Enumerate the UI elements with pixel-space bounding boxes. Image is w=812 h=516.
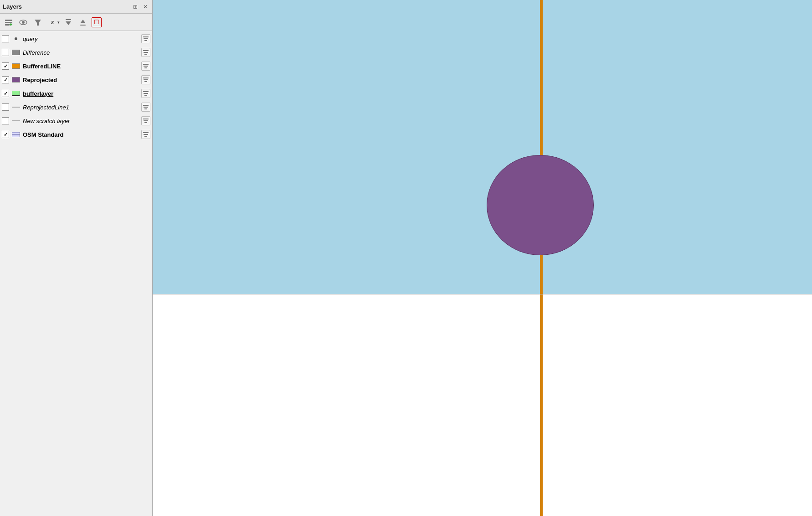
layer-icon-bufferedline [11, 62, 21, 70]
layer-name-bufferlayer: bufferlayer [23, 90, 139, 97]
filter-small-icon [143, 36, 149, 42]
layer-filter-bufferedline[interactable] [141, 62, 150, 71]
svg-rect-11 [80, 25, 86, 26]
filter-small-icon [143, 90, 149, 97]
layer-name-reprojected: Reprojected [23, 77, 139, 83]
filter-subset-arrow[interactable]: ▾ [57, 20, 60, 25]
add-layer-icon [4, 18, 13, 27]
svg-rect-29 [144, 108, 147, 109]
svg-rect-31 [144, 120, 148, 121]
layer-checkbox-reprojected[interactable]: ✓ [2, 76, 9, 83]
sidebar-header: Layers ⊞ ✕ [0, 0, 152, 14]
layer-item-bufferlayer[interactable]: ✓ bufferlayer [0, 87, 152, 100]
svg-rect-28 [144, 107, 148, 108]
svg-rect-24 [143, 91, 149, 92]
filter-small-icon [143, 131, 149, 138]
filter-button[interactable] [32, 16, 44, 28]
layer-checkbox-reprojectedline1[interactable] [2, 103, 9, 111]
show-tips-button[interactable] [17, 16, 29, 28]
layer-filter-reprojectedline1[interactable] [141, 103, 150, 112]
layer-item-difference[interactable]: Difference [0, 46, 152, 59]
close-icon[interactable]: ✕ [141, 3, 149, 11]
move-bottom-button[interactable] [62, 16, 74, 28]
filter-subset-button[interactable]: ε [46, 16, 58, 28]
layer-checkbox-bufferlayer[interactable]: ✓ [2, 90, 9, 97]
layer-item-query[interactable]: query [0, 32, 152, 46]
layer-item-reprojectedline1[interactable]: ReprojectedLine1 [0, 100, 152, 114]
layer-name-osm-standard: OSM Standard [23, 131, 139, 138]
layer-checkbox-difference[interactable] [2, 49, 9, 56]
svg-rect-30 [143, 119, 149, 119]
svg-rect-13 [144, 38, 148, 39]
svg-rect-26 [144, 95, 147, 96]
layer-toolbar: ε ▾ ☐ [0, 14, 152, 31]
svg-rect-17 [144, 54, 147, 55]
move-top-button[interactable] [77, 16, 89, 28]
layer-icon-reprojected [11, 76, 21, 83]
layer-filter-query[interactable] [141, 34, 150, 43]
svg-rect-20 [144, 67, 147, 68]
svg-rect-18 [143, 64, 149, 65]
layer-checkbox-query[interactable] [2, 35, 9, 42]
svg-rect-27 [143, 105, 149, 106]
move-top-icon [78, 18, 87, 27]
layer-checkbox-bufferedline[interactable]: ✓ [2, 62, 9, 70]
layer-name-new-scratch-layer: New scratch layer [23, 118, 139, 124]
svg-marker-10 [80, 20, 86, 23]
layer-filter-osm-standard[interactable] [141, 130, 150, 139]
sidebar-title: Layers [3, 3, 22, 10]
filter-icon [33, 18, 42, 27]
layer-filter-difference[interactable] [141, 48, 150, 57]
map-top[interactable] [153, 0, 812, 294]
layer-name-reprojectedline1: ReprojectedLine1 [23, 104, 139, 111]
layer-filter-reprojected[interactable] [141, 75, 150, 84]
layer-name-bufferedline: BufferedLINE [23, 63, 139, 70]
sidebar: Layers ⊞ ✕ ε [0, 0, 153, 516]
layer-item-new-scratch-layer[interactable]: New scratch layer [0, 114, 152, 128]
svg-rect-16 [144, 52, 148, 53]
layer-checkbox-new-scratch-layer[interactable] [2, 117, 9, 124]
vertical-line-bottom [540, 294, 543, 516]
layer-item-reprojected[interactable]: ✓ Reprojected [0, 73, 152, 87]
map-bottom[interactable] [153, 294, 812, 516]
layer-name-difference: Difference [23, 49, 139, 56]
purple-rect-icon [12, 77, 20, 83]
orange-rect-icon [12, 63, 20, 69]
svg-rect-32 [144, 122, 147, 123]
svg-rect-1 [5, 22, 12, 23]
svg-marker-7 [35, 20, 41, 26]
map-area[interactable] [153, 0, 812, 516]
filter-subset-group: ε ▾ [46, 16, 60, 28]
layer-name-query: query [23, 36, 139, 42]
gray-line2-icon [12, 120, 20, 121]
layer-filter-new-scratch-layer[interactable] [141, 116, 150, 125]
svg-rect-35 [144, 136, 147, 137]
restore-icon[interactable]: ⊞ [131, 3, 139, 11]
layer-icon-reprojectedline1 [11, 103, 21, 111]
svg-rect-34 [144, 134, 148, 135]
layer-filter-bufferlayer[interactable] [141, 89, 150, 98]
svg-rect-9 [66, 19, 71, 20]
layer-icon-difference [11, 49, 21, 56]
filter-small-icon [143, 63, 149, 69]
green-rect-icon [12, 91, 20, 96]
layer-icon-new-scratch-layer [11, 117, 21, 124]
remove-layer-button[interactable]: ☐ [92, 17, 102, 27]
svg-rect-33 [143, 132, 149, 133]
svg-rect-2 [5, 24, 10, 26]
move-bottom-icon [64, 18, 73, 27]
filter-small-icon [143, 118, 149, 124]
eye-icon [19, 18, 28, 27]
svg-rect-22 [144, 79, 148, 80]
layer-checkbox-osm-standard[interactable]: ✓ [2, 131, 9, 138]
layer-item-bufferedline[interactable]: ✓ BufferedLINE [0, 59, 152, 73]
grid-icon [12, 132, 20, 137]
layer-item-osm-standard[interactable]: ✓ OSM Standard [0, 128, 152, 141]
svg-marker-8 [66, 21, 71, 25]
svg-rect-0 [5, 20, 12, 21]
add-layer-button[interactable] [3, 16, 15, 28]
svg-rect-12 [143, 36, 149, 37]
filter-small-icon [143, 49, 149, 56]
filter-small-icon [143, 104, 149, 110]
gray-line-icon [12, 107, 20, 108]
